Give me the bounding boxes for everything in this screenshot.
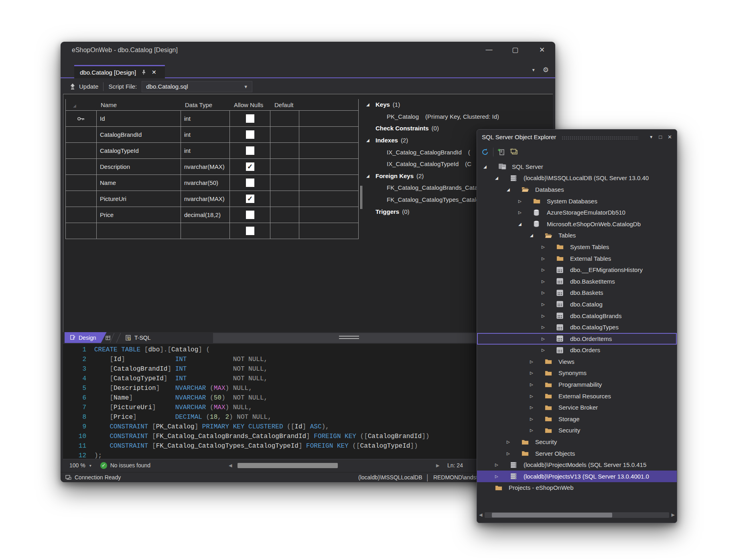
tab-dbo-catalog-design[interactable]: dbo.Catalog [Design] ✕ [74,65,165,78]
ssox-close-icon[interactable]: ✕ [668,134,672,140]
refresh-icon[interactable] [481,148,489,156]
grid-corner-cell[interactable]: ◢ [66,101,97,108]
allow-nulls-cell[interactable] [230,127,270,142]
tree-expander-icon[interactable]: ▷ [495,474,510,479]
table-row[interactable]: CatalogBrandIdint [66,126,358,142]
data-type-cell[interactable]: int [181,143,230,158]
ssox-title-bar[interactable]: SQL Server Object Explorer ▼ □ ✕ [477,130,677,144]
tree-item[interactable]: ◢Databases [477,184,677,195]
row-header-cell[interactable] [66,175,97,191]
column-name-cell[interactable]: PictureUri [97,191,181,207]
grid-header-name[interactable]: Name [97,101,181,108]
row-header-cell[interactable] [66,111,97,126]
tree-item[interactable]: ▷External Tables [477,253,677,264]
tree-expander-icon[interactable]: ◢ [483,164,498,169]
tree-expander-icon[interactable]: ◢ [518,222,533,226]
tab-tsql[interactable]: T-SQL [120,332,156,343]
scroll-left-icon[interactable]: ◀ [229,463,234,468]
object-panel-section[interactable]: ◢Keys(1) [366,99,553,111]
tree-item[interactable]: ▷dbo.__EFMigrationsHistory [477,264,677,276]
tree-expander-icon[interactable]: ▷ [506,440,521,444]
data-type-cell[interactable]: nvarchar(MAX) [181,159,230,174]
default-cell[interactable] [270,191,299,207]
add-server-icon[interactable] [497,148,505,156]
table-row[interactable]: Namenvarchar(50) [66,174,358,191]
grid-header-data-type[interactable]: Data Type [181,101,230,108]
tree-item[interactable]: ▷Security [477,425,677,436]
tree-item[interactable]: ▷dbo.OrderItems [477,333,677,345]
allow-nulls-cell[interactable] [230,207,270,223]
row-header-cell[interactable] [66,127,97,142]
tree-expander-icon[interactable]: ▷ [530,428,544,432]
tree-item[interactable]: ▷Storage [477,413,677,425]
column-name-cell[interactable]: Id [97,111,181,126]
tree-expander-icon[interactable]: ▷ [541,268,556,272]
tree-item[interactable]: ◢(localdb)\MSSQLLocalDB (SQL Server 13.0… [477,172,677,184]
tree-item[interactable]: ▷dbo.Catalog [477,298,677,310]
allow-nulls-checkbox[interactable] [246,227,254,235]
scroll-right-icon[interactable]: ▶ [436,463,442,468]
allow-nulls-cell[interactable] [230,111,270,126]
default-cell[interactable] [270,223,299,239]
section-expander-icon[interactable]: ◢ [366,102,376,107]
tree-expander-icon[interactable]: ▷ [541,314,556,318]
allow-nulls-checkbox[interactable]: ✓ [246,162,254,171]
column-name-cell[interactable]: Price [97,207,181,223]
tree-expander-icon[interactable]: ▷ [518,199,533,203]
tree-item[interactable]: ▷(localdb)\ProjectModels (SQL Server 15.… [477,459,677,471]
editor-horizontal-scrollbar[interactable]: ◀ [229,462,434,469]
allow-nulls-cell[interactable] [230,175,270,191]
tree-item[interactable]: ▷Programmability [477,379,677,390]
object-panel-item[interactable]: PK_Catalog(Primary Key, Clustered: Id) [366,111,553,123]
tree-expander-icon[interactable]: ▷ [530,359,544,364]
tree-item[interactable]: ▷Synonyms [477,367,677,379]
tree-item[interactable]: Projects - eShopOnWeb [477,482,677,494]
tree-item[interactable]: ▷AzureStorageEmulatorDb510 [477,207,677,218]
section-expander-icon[interactable]: ◢ [366,174,376,178]
tree-expander-icon[interactable]: ▷ [518,210,533,215]
default-cell[interactable] [270,111,299,126]
data-type-cell[interactable] [181,223,230,239]
new-query-icon[interactable] [510,148,518,156]
row-header-cell[interactable] [66,207,97,223]
table-row[interactable]: Idint [66,110,358,126]
table-row[interactable] [66,223,358,239]
allow-nulls-checkbox[interactable] [246,211,254,219]
table-row[interactable]: Pricedecimal(18,2) [66,207,358,223]
gear-icon[interactable]: ⚙ [543,66,549,74]
tree-expander-icon[interactable]: ▷ [530,382,544,387]
chevron-down-icon[interactable]: ▼ [532,68,536,72]
tree-expander-icon[interactable]: ▷ [506,451,521,456]
default-cell[interactable] [270,175,299,191]
splitter-grip[interactable] [339,336,359,339]
tree-expander-icon[interactable]: ◢ [506,187,521,192]
tree-expander-icon[interactable]: ▷ [495,463,510,467]
tree-expander-icon[interactable]: ▷ [530,405,544,410]
tree-expander-icon[interactable]: ◢ [530,233,544,237]
section-expander-icon[interactable]: ◢ [366,138,376,142]
tree-item[interactable]: ▷Service Broker [477,402,677,413]
default-cell[interactable] [270,207,299,223]
allow-nulls-cell[interactable]: ✓ [230,159,270,174]
data-type-cell[interactable]: int [181,127,230,142]
ssox-dropdown-icon[interactable]: ▼ [649,135,653,139]
data-type-cell[interactable]: int [181,111,230,126]
pin-icon[interactable] [141,70,146,75]
tree-expander-icon[interactable]: ▷ [530,371,544,375]
tab-design[interactable]: Design [65,332,107,343]
tree-item[interactable]: ◢SQL Server [477,161,677,172]
zoom-level[interactable]: 100 % [69,462,85,469]
column-name-cell[interactable]: Name [97,175,181,191]
ssox-maximize-icon[interactable]: □ [659,134,662,140]
tree-expander-icon[interactable]: ◢ [495,176,510,180]
vertical-splitter[interactable] [360,186,362,209]
maximize-button[interactable]: ▢ [505,42,525,58]
tree-item[interactable]: ▷System Tables [477,241,677,253]
row-header-cell[interactable] [66,191,97,207]
tree-expander-icon[interactable]: ▷ [541,279,556,284]
tree-expander-icon[interactable]: ▷ [541,302,556,306]
script-file-combobox[interactable]: dbo.Catalog.sql ▼ [142,81,252,92]
tree-item[interactable]: ▷Security [477,436,677,448]
data-type-cell[interactable]: nvarchar(50) [181,175,230,191]
grid-header-allow-nulls[interactable]: Allow Nulls [230,101,270,108]
